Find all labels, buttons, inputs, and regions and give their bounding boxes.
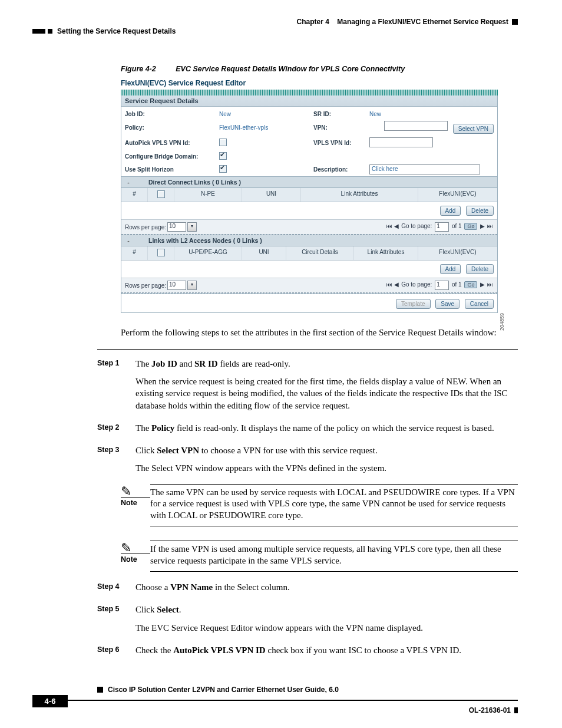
note-1: ✎ Note The same VPN can be used by servi… — [121, 484, 518, 527]
figure-caption: Figure 4-2 EVC Service Request Details W… — [121, 65, 518, 73]
step-2-label: Step 2 — [97, 422, 135, 440]
policy-label: Policy: — [125, 124, 219, 131]
step-2-body: The Policy field is read-only. It displa… — [135, 422, 518, 440]
delete-button[interactable]: Delete — [466, 264, 494, 274]
screenshot: FlexUNI(EVC) Service Request Editor Serv… — [121, 78, 498, 313]
step-4-body: Choose a VPN Name in the Select column. — [135, 581, 518, 599]
first-page-icon[interactable]: ⏮ — [386, 281, 393, 288]
header-marker-icon — [512, 19, 518, 25]
footer-tick-icon — [514, 707, 518, 713]
title-bar-decoration — [121, 90, 498, 95]
bridge-domain-checkbox[interactable] — [219, 152, 227, 160]
footer-rule — [68, 700, 518, 707]
figure-id: 204859 — [499, 313, 505, 331]
l2-links-header[interactable]: - Links with L2 Access Nodes ( 0 Links ) — [121, 235, 497, 246]
step-6-body: Check the AutoPick VPLS VPN ID check box… — [135, 644, 518, 662]
direct-links-header[interactable]: - Direct Connect Links ( 0 Links ) — [121, 176, 497, 188]
pager: Rows per page: 10 ▾ ⏮ ◀ Go to page: 1 of… — [121, 278, 497, 293]
bridge-domain-label: Configure Bridge Domain: — [125, 153, 219, 160]
autopick-label: AutoPick VPLS VPN Id: — [125, 140, 219, 146]
template-button[interactable]: Template — [396, 299, 431, 309]
window-title: FlexUNI(EVC) Service Request Editor — [121, 78, 498, 90]
next-page-icon[interactable]: ▶ — [480, 223, 485, 229]
note-2: ✎ Note If the same VPN is used among mul… — [121, 541, 518, 572]
go-button[interactable]: Go — [464, 281, 477, 288]
prev-page-icon[interactable]: ◀ — [394, 281, 399, 288]
rows-per-page-label: Rows per page: — [125, 224, 166, 230]
goto-page-input[interactable]: 1 — [435, 222, 449, 232]
job-id-value: New — [219, 111, 313, 117]
horizontal-rule — [97, 349, 518, 350]
autopick-checkbox[interactable] — [219, 139, 227, 146]
screenshot-footer-buttons: Template Save Cancel — [121, 294, 498, 313]
page-number: 4-6 — [32, 695, 68, 707]
step-5-label: Step 5 — [97, 604, 135, 640]
last-page-icon[interactable]: ⏭ — [487, 281, 494, 288]
step-4-label: Step 4 — [97, 581, 135, 599]
document-title: Cisco IP Solution Center L2VPN and Carri… — [108, 686, 339, 694]
goto-page-label: Go to page: — [401, 223, 432, 229]
last-page-icon[interactable]: ⏭ — [487, 223, 494, 229]
running-header: Chapter 4 Managing a FlexUNI/EVC Etherne… — [32, 18, 518, 26]
direct-links-columns: # N-PE UNI Link Attributes FlexUNI(EVC) — [121, 188, 497, 202]
sr-id-label: SR ID: — [313, 111, 369, 117]
intro-paragraph: Perform the following steps to set the a… — [121, 327, 518, 338]
rows-per-page-input[interactable]: 10 — [167, 281, 186, 290]
rows-per-page-input[interactable]: 10 — [167, 222, 186, 232]
section-heading: Service Request Details — [121, 95, 498, 107]
prev-page-icon[interactable]: ◀ — [394, 223, 399, 229]
collapse-icon[interactable]: - — [125, 179, 132, 186]
step-3-label: Step 3 — [97, 444, 135, 480]
pencil-icon: ✎ — [121, 541, 150, 556]
page-footer: Cisco IP Solution Center L2VPN and Carri… — [32, 686, 518, 714]
vpls-vpn-id-label: VPLS VPN Id: — [313, 140, 369, 146]
figure-title: EVC Service Request Details Window for V… — [176, 65, 405, 73]
pager: Rows per page: 10 ▾ ⏮ ◀ Go to page: 1 of… — [121, 219, 497, 235]
policy-value: FlexUNI-ether-vpls — [219, 124, 313, 131]
add-button[interactable]: Add — [440, 264, 461, 274]
vpls-vpn-id-input[interactable] — [369, 137, 433, 147]
add-button[interactable]: Add — [440, 206, 461, 216]
description-label: Description: — [313, 166, 369, 173]
split-horizon-checkbox[interactable] — [219, 165, 227, 173]
job-id-label: Job ID: — [125, 111, 219, 117]
section-title: Setting the Service Request Details — [57, 27, 176, 35]
note-2-text: If the same VPN is used among multiple s… — [150, 543, 518, 569]
goto-page-input[interactable]: 1 — [435, 281, 449, 290]
description-input[interactable]: Click here — [369, 164, 480, 174]
goto-page-label: Go to page: — [401, 281, 432, 288]
document-id: OL-21636-01 — [469, 706, 511, 714]
first-page-icon[interactable]: ⏮ — [386, 223, 393, 229]
chapter-title: Managing a FlexUNI/EVC Ethernet Service … — [337, 18, 508, 26]
vpn-label: VPN: — [313, 124, 369, 131]
collapse-icon[interactable]: - — [125, 237, 132, 244]
vpn-input[interactable] — [384, 121, 448, 131]
rows-per-page-label: Rows per page: — [125, 282, 166, 289]
page-of-label: of 1 — [452, 223, 462, 229]
split-horizon-label: Use Split Horizon — [125, 166, 219, 173]
figure-number: Figure 4-2 — [121, 65, 156, 73]
select-all-checkbox[interactable] — [157, 190, 165, 198]
step-1-body: The Job ID and SR ID fields are read-onl… — [135, 358, 518, 417]
cancel-button[interactable]: Cancel — [465, 299, 494, 309]
step-3-body: Click Select VPN to choose a VPN for use… — [135, 444, 518, 480]
delete-button[interactable]: Delete — [466, 206, 494, 216]
go-button[interactable]: Go — [464, 223, 477, 230]
step-6-label: Step 6 — [97, 644, 135, 662]
pencil-icon: ✎ — [121, 484, 150, 499]
l2-links-columns: # U-PE/PE-AGG UNI Circuit Details Link A… — [121, 246, 497, 261]
save-button[interactable]: Save — [435, 299, 459, 309]
rows-per-page-dropdown[interactable]: ▾ — [187, 281, 197, 290]
select-vpn-button[interactable]: Select VPN — [453, 124, 494, 134]
footer-square-icon — [97, 687, 103, 693]
rows-per-page-dropdown[interactable]: ▾ — [187, 222, 197, 232]
header-square-icon — [48, 29, 52, 34]
note-1-text: The same VPN can be used by service requ… — [150, 487, 518, 524]
chapter-number: Chapter 4 — [297, 18, 329, 26]
select-all-checkbox[interactable] — [157, 249, 165, 256]
section-header: Setting the Service Request Details — [32, 27, 518, 35]
sr-id-value: New — [369, 111, 494, 117]
step-5-body: Click Select. The EVC Service Request Ed… — [135, 604, 518, 640]
next-page-icon[interactable]: ▶ — [480, 281, 485, 288]
step-1-label: Step 1 — [97, 358, 135, 417]
